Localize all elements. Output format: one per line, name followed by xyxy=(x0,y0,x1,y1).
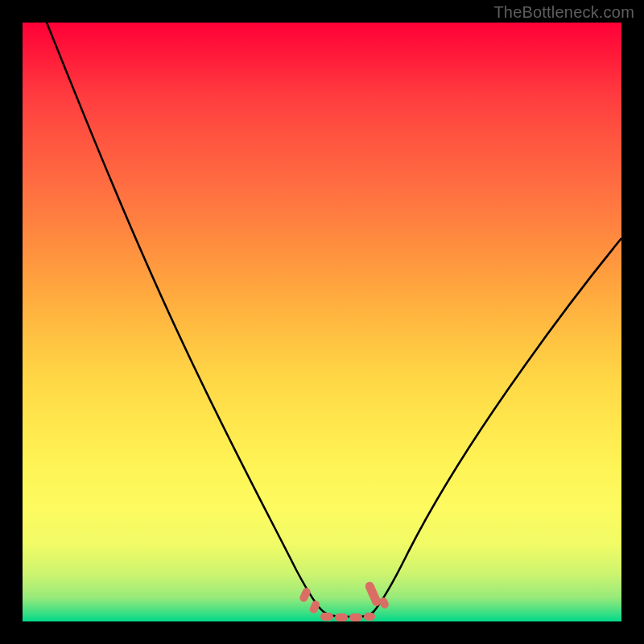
chart-frame: TheBottleneck.com xyxy=(0,0,644,644)
bottleneck-curve xyxy=(47,23,621,617)
curve-layer xyxy=(23,23,621,621)
watermark-text: TheBottleneck.com xyxy=(493,3,634,22)
svg-rect-3 xyxy=(335,613,348,621)
svg-rect-5 xyxy=(364,613,375,621)
svg-rect-6 xyxy=(364,580,382,608)
trough-markers xyxy=(299,580,390,621)
svg-rect-2 xyxy=(320,613,333,621)
svg-rect-4 xyxy=(349,613,362,621)
plot-area xyxy=(23,23,621,621)
